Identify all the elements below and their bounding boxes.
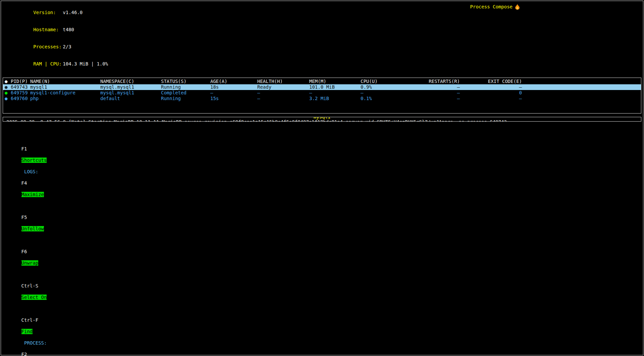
cell-status: Running — [161, 84, 210, 90]
header-value: t480 — [63, 27, 74, 32]
process-table-body: ● 649743 mysql1 mysql.mysql1 Running 18s… — [3, 84, 641, 101]
status-bar: F1 Shortcuts LOGS: F4 Maximize F5 Unfoll… — [4, 129, 643, 356]
cell-namespace: default — [100, 96, 161, 101]
statusbar-segment[interactable]: Maximize — [21, 192, 44, 197]
cell-cpu: – — [361, 90, 404, 96]
cell-exit-code: – — [460, 96, 522, 101]
cell-status: Running — [161, 96, 210, 101]
column-header-dot: ● — [5, 79, 11, 84]
column-header-restarts[interactable]: RESTARTS(R) — [404, 79, 460, 84]
statusbar-segment: F2 — [21, 352, 27, 356]
cell-age: 18s — [210, 84, 257, 90]
process-compose-app: Version:v1.46.0 Hostname:t480 Processes:… — [1, 1, 643, 355]
statusbar-segment: F4 — [21, 180, 27, 186]
header-info: Version:v1.46.0 Hostname:t480 Processes:… — [5, 4, 639, 73]
cell-health: – — [257, 90, 309, 96]
header-value: 2/3 — [63, 44, 71, 49]
statusbar-segment — [21, 272, 24, 277]
statusbar-segment — [21, 306, 24, 311]
header-label: Hostname: — [33, 27, 63, 33]
cell-pid: 649759 — [11, 90, 30, 96]
cell-mem: – — [309, 90, 361, 96]
column-header-status[interactable]: STATUS(S) — [161, 79, 210, 84]
statusbar-segment[interactable]: Shortcuts — [21, 158, 47, 163]
cell-restarts: – — [404, 84, 460, 90]
header-value: v1.46.0 — [63, 10, 83, 15]
flame-icon — [515, 4, 520, 10]
statusbar-segment: F1 — [21, 146, 27, 151]
cell-mem: 3.2 MiB — [309, 96, 361, 101]
statusbar-segment[interactable]: Select On — [21, 295, 47, 300]
column-header-pid[interactable]: PID(P) — [11, 79, 30, 84]
statusbar-segment: LOGS: — [21, 169, 41, 174]
statusbar-segment[interactable]: Unfollow — [21, 226, 44, 231]
cell-exit-code: – — [460, 84, 522, 90]
cell-age: – — [210, 90, 257, 96]
cell-name: mysql1 — [30, 84, 100, 90]
process-status-dot: ● — [5, 96, 11, 101]
log-panel[interactable]: mysql1 2025-08-20 8:47:56 0 [Note] Start… — [3, 117, 641, 122]
process-row[interactable]: ● 649759 mysql1-configure mysql.mysql1 C… — [3, 90, 641, 96]
cell-pid: 649760 — [11, 96, 30, 101]
statusbar-segment: F5 — [21, 215, 27, 220]
cell-mem: 101.0 MiB — [309, 84, 361, 90]
process-row[interactable]: ● 649743 mysql1 mysql.mysql1 Running 18s… — [3, 84, 641, 90]
app-title: Process Compose — [470, 4, 513, 10]
cell-health: Ready — [257, 84, 309, 90]
column-header-cpu[interactable]: CPU(U) — [361, 79, 404, 84]
statusbar-segment: PROCESS: — [21, 340, 50, 346]
header-info-row: Hostname:t480 — [5, 21, 639, 38]
log-title: mysql1 — [313, 117, 332, 120]
header-info-row: Version:v1.46.0 — [5, 4, 639, 21]
cell-cpu: 0.9% — [361, 84, 404, 90]
cell-age: 15s — [210, 96, 257, 101]
column-header-mem[interactable]: MEM(M) — [309, 79, 361, 84]
process-table-header: ● PID(P) NAME(N) NAMESPACE(C) STATUS(S) … — [3, 79, 641, 84]
statusbar-segment[interactable]: Unwrap — [21, 260, 39, 266]
cell-name: php — [30, 96, 100, 101]
header-label: Processes: — [33, 44, 63, 50]
cell-cpu: 0.1% — [361, 96, 404, 101]
process-status-dot: ● — [5, 90, 11, 96]
app-brand: Process Compose — [470, 4, 520, 10]
process-table: ● PID(P) NAME(N) NAMESPACE(C) STATUS(S) … — [3, 78, 641, 114]
column-header-age[interactable]: AGE(A) — [210, 79, 257, 84]
column-header-exit-code[interactable]: EXIT CODE(E) — [460, 79, 522, 84]
process-row[interactable]: ● 649760 php default Running 15s – 3.2 M… — [3, 96, 641, 101]
cell-restarts: – — [404, 90, 460, 96]
statusbar-segment[interactable]: Find — [21, 329, 33, 334]
statusbar-segment: Ctrl-F — [21, 317, 39, 323]
cell-namespace: mysql.mysql1 — [100, 84, 161, 90]
column-header-namespace[interactable]: NAMESPACE(C) — [100, 79, 161, 84]
cell-health: – — [257, 96, 309, 101]
statusbar-segment — [21, 203, 24, 209]
column-header-health[interactable]: HEALTH(H) — [257, 79, 309, 84]
cell-name: mysql1-configure — [30, 90, 100, 96]
cell-pid: 649743 — [11, 84, 30, 90]
header-info-row: Processes:2/3 — [5, 38, 639, 55]
cell-restarts: – — [404, 96, 460, 101]
column-header-name[interactable]: NAME(N) — [30, 79, 100, 84]
header-info-row: RAM | CPU:104.3 MiB | 1.0% — [5, 55, 639, 73]
header-label: RAM | CPU: — [33, 61, 63, 67]
process-status-dot: ● — [5, 84, 11, 90]
cell-namespace: mysql.mysql1 — [100, 90, 161, 96]
statusbar-segment — [21, 237, 24, 243]
header-label: Version: — [33, 10, 63, 15]
statusbar-segment: F6 — [21, 249, 27, 254]
cell-status: Completed — [161, 90, 210, 96]
cell-exit-code: 0 — [460, 90, 522, 96]
header-value: 104.3 MiB | 1.0% — [63, 61, 108, 66]
app-header: Version:v1.46.0 Hostname:t480 Processes:… — [1, 1, 643, 78]
statusbar-segment: Ctrl-S — [21, 283, 39, 288]
